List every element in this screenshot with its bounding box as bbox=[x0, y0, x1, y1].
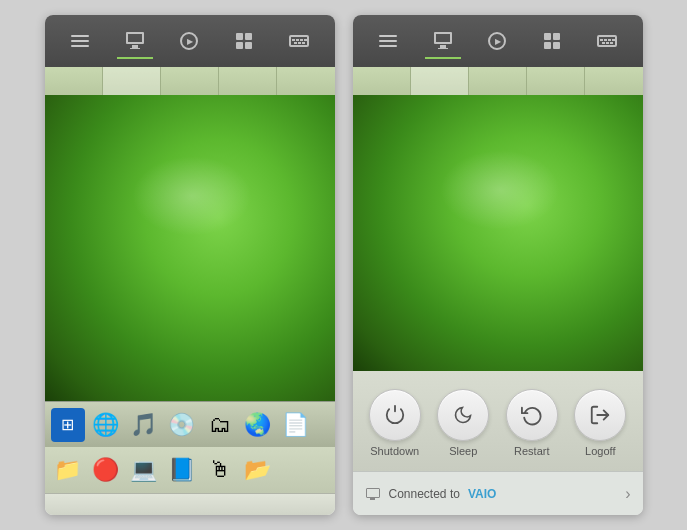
monitor-icon[interactable] bbox=[117, 23, 153, 59]
right-play-icon[interactable]: ▶ bbox=[479, 23, 515, 59]
right-tab-3[interactable] bbox=[469, 67, 527, 95]
power-buttons-row: Shutdown Sleep Restart bbox=[363, 389, 633, 457]
play-icon[interactable]: ▶ bbox=[171, 23, 207, 59]
folder-app-icon[interactable]: 📁 bbox=[51, 453, 85, 487]
right-toolbar: ▶ bbox=[353, 15, 643, 67]
sleep-wrap: Sleep bbox=[437, 389, 489, 457]
right-tab-4[interactable] bbox=[527, 67, 585, 95]
red-app-icon[interactable]: 🔴 bbox=[89, 453, 123, 487]
right-tab-2[interactable] bbox=[411, 67, 469, 95]
left-taskbar-row2: 📁 🔴 💻 📘 🖱 📂 bbox=[45, 447, 335, 493]
left-desktop[interactable] bbox=[45, 95, 335, 401]
logoff-button[interactable] bbox=[574, 389, 626, 441]
word-app-icon[interactable]: 📄 bbox=[279, 408, 313, 442]
restart-label: Restart bbox=[514, 445, 549, 457]
right-tab-5[interactable] bbox=[585, 67, 642, 95]
left-panel: ▶ ⊞ 🌐 � bbox=[45, 15, 335, 515]
keyboard-icon[interactable] bbox=[281, 23, 317, 59]
right-tab-1[interactable] bbox=[353, 67, 411, 95]
installer-app-icon[interactable]: 🗂 bbox=[203, 408, 237, 442]
ie-app-icon[interactable]: 🌏 bbox=[241, 408, 275, 442]
left-taskbar-row1: ⊞ 🌐 🎵 💿 🗂 🌏 📄 bbox=[45, 401, 335, 447]
left-bottom-bar bbox=[45, 493, 335, 515]
shutdown-button[interactable] bbox=[369, 389, 421, 441]
right-keyboard-icon[interactable] bbox=[589, 23, 625, 59]
power-section: Shutdown Sleep Restart bbox=[353, 371, 643, 471]
left-tab-4[interactable] bbox=[219, 67, 277, 95]
word2-app-icon[interactable]: 📘 bbox=[165, 453, 199, 487]
menu-icon[interactable] bbox=[62, 23, 98, 59]
restart-button[interactable] bbox=[506, 389, 558, 441]
mouse-app-icon[interactable]: 🖱 bbox=[203, 453, 237, 487]
restart-wrap: Restart bbox=[506, 389, 558, 457]
right-tab-row bbox=[353, 67, 643, 95]
right-panel: ▶ bbox=[353, 15, 643, 515]
connected-chevron-icon[interactable]: › bbox=[625, 485, 630, 503]
left-tab-3[interactable] bbox=[161, 67, 219, 95]
right-menu-icon[interactable] bbox=[370, 23, 406, 59]
connected-info: Connected to VAIO bbox=[365, 487, 497, 501]
logoff-wrap: Logoff bbox=[574, 389, 626, 457]
windows-start-icon[interactable]: ⊞ bbox=[51, 408, 85, 442]
music-app-icon[interactable]: 🎵 bbox=[127, 408, 161, 442]
right-desktop[interactable] bbox=[353, 95, 643, 371]
sleep-label: Sleep bbox=[449, 445, 477, 457]
logoff-label: Logoff bbox=[585, 445, 615, 457]
connected-device: VAIO bbox=[468, 487, 496, 501]
left-tab-row bbox=[45, 67, 335, 95]
windows-icon[interactable] bbox=[226, 23, 262, 59]
right-windows-icon[interactable] bbox=[534, 23, 570, 59]
left-tab-2[interactable] bbox=[103, 67, 161, 95]
shutdown-label: Shutdown bbox=[370, 445, 419, 457]
disk-app-icon[interactable]: 💿 bbox=[165, 408, 199, 442]
left-toolbar: ▶ bbox=[45, 15, 335, 67]
connected-monitor-icon bbox=[365, 488, 381, 500]
connected-bar[interactable]: Connected to VAIO › bbox=[353, 471, 643, 515]
laptop-app-icon[interactable]: 💻 bbox=[127, 453, 161, 487]
left-tab-1[interactable] bbox=[45, 67, 103, 95]
shutdown-wrap: Shutdown bbox=[369, 389, 421, 457]
left-tab-5[interactable] bbox=[277, 67, 334, 95]
right-monitor-icon[interactable] bbox=[425, 23, 461, 59]
desktop-glow bbox=[132, 156, 252, 236]
right-desktop-glow bbox=[440, 150, 560, 230]
files-app-icon[interactable]: 📂 bbox=[241, 453, 275, 487]
chrome-app-icon[interactable]: 🌐 bbox=[89, 408, 123, 442]
connected-prefix: Connected to bbox=[389, 487, 460, 501]
sleep-button[interactable] bbox=[437, 389, 489, 441]
